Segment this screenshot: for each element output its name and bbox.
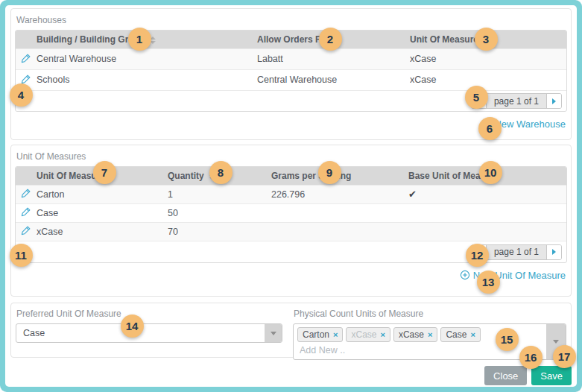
- chevron-down-icon: [553, 340, 559, 344]
- cell-building: Schools: [37, 69, 257, 90]
- preferred-uom-label: Preferred Unit Of Measure: [16, 309, 282, 319]
- remove-tag-icon[interactable]: ×: [470, 331, 475, 339]
- remove-tag-icon[interactable]: ×: [333, 331, 338, 339]
- right-arrow-icon: [552, 98, 556, 104]
- pager-page-label: page 1 of 1: [486, 94, 547, 108]
- annotation-marker-15: 15: [496, 328, 519, 351]
- annotation-marker-3: 3: [475, 28, 498, 51]
- annotation-marker-9: 9: [318, 161, 341, 184]
- cell-grams: [271, 203, 408, 222]
- cell-unit: xCase: [37, 222, 168, 241]
- preferences-section: Preferred Unit Of Measure Case Physical …: [10, 303, 572, 358]
- edit-pencil-icon[interactable]: [21, 53, 31, 66]
- physical-count-uom-label: Physical Count Units of Measure: [294, 309, 566, 319]
- edit-column-header: [16, 31, 37, 48]
- sort-icon[interactable]: [150, 37, 156, 44]
- chevron-down-icon: [271, 332, 276, 335]
- table-row: Carton 1 226.796 ✔: [16, 185, 566, 203]
- tag-label: xCase: [351, 329, 376, 340]
- annotation-marker-1: 1: [128, 28, 151, 51]
- tag-xcase[interactable]: xCase×: [393, 327, 437, 342]
- annotation-marker-10: 10: [479, 161, 502, 184]
- new-warehouse-label: New Warehouse: [494, 118, 566, 130]
- edit-pencil-icon[interactable]: [21, 188, 31, 200]
- modal-page: Warehouses Building / Building Group All…: [5, 5, 577, 387]
- tag-label: Carton: [303, 329, 329, 340]
- save-button[interactable]: Save: [531, 366, 572, 385]
- uom-title: Unit Of Measures: [16, 151, 567, 162]
- add-new-tag-input[interactable]: [297, 345, 446, 355]
- annotation-marker-4: 4: [10, 83, 33, 107]
- right-arrow-icon: [552, 249, 556, 255]
- edit-pencil-icon[interactable]: [21, 206, 31, 219]
- cell-unit: Case: [37, 203, 168, 222]
- cell-allow-orders-from: Labatt: [257, 48, 410, 69]
- table-row: Central Warehouse Labatt xCase: [16, 48, 566, 69]
- pager-page-label: page 1 of 1: [486, 245, 547, 259]
- cell-unit-of-measures: xCase: [410, 48, 566, 69]
- screenshot-frame: Warehouses Building / Building Group All…: [0, 0, 582, 392]
- preferred-uom-select[interactable]: Case: [16, 323, 282, 343]
- dropdown-toggle-button[interactable]: [265, 324, 282, 342]
- pager-next-button[interactable]: [547, 245, 561, 259]
- remove-tag-icon[interactable]: ×: [428, 331, 432, 339]
- tag-label: Case: [446, 329, 466, 340]
- cell-quantity: 1: [168, 185, 271, 203]
- annotation-marker-17: 17: [553, 345, 576, 368]
- cell-unit-of-measures: xCase: [410, 69, 566, 90]
- annotation-marker-6: 6: [478, 117, 502, 140]
- annotation-marker-16: 16: [519, 346, 543, 369]
- table-row: Schools Central Warehouse xCase: [16, 69, 566, 90]
- tag-carton[interactable]: Carton×: [297, 327, 343, 342]
- base-unit-checkmark: [408, 203, 566, 222]
- table-row: xCase 70: [16, 222, 566, 241]
- warehouses-title: Warehouses: [16, 15, 567, 25]
- edit-column-header: [16, 167, 37, 185]
- cell-quantity: 50: [168, 203, 271, 222]
- cell-grams: 226.796: [271, 185, 408, 203]
- column-header-uom-label: Unit Of Measures: [410, 34, 484, 45]
- cell-grams: [271, 222, 408, 241]
- cell-allow-orders-from: Central Warehouse: [257, 69, 410, 90]
- cell-unit: Carton: [37, 185, 168, 203]
- remove-tag-icon[interactable]: ×: [380, 331, 385, 339]
- base-unit-checkmark-icon: ✔: [408, 185, 566, 203]
- tag-xcase-muted[interactable]: xCase×: [346, 327, 390, 342]
- pager-next-button[interactable]: [547, 94, 561, 108]
- preferred-uom-value: Case: [16, 328, 45, 338]
- close-button[interactable]: Close: [484, 366, 527, 385]
- annotation-marker-5: 5: [465, 86, 488, 109]
- table-row: Case 50: [16, 203, 566, 222]
- annotation-marker-7: 7: [93, 161, 116, 184]
- annotation-marker-2: 2: [319, 28, 342, 51]
- tag-label: xCase: [399, 329, 424, 340]
- annotation-marker-12: 12: [466, 244, 489, 267]
- cell-quantity: 70: [168, 222, 271, 241]
- base-unit-checkmark: [408, 222, 566, 241]
- footer-actions: Close Save: [10, 366, 572, 385]
- tag-case[interactable]: Case×: [440, 327, 480, 342]
- annotation-marker-13: 13: [477, 271, 500, 294]
- annotation-marker-8: 8: [209, 161, 233, 184]
- new-unit-of-measure-button[interactable]: New Unit Of Measure: [460, 270, 566, 281]
- annotation-marker-14: 14: [121, 314, 144, 338]
- plus-circle-icon: [460, 270, 470, 280]
- cell-building: Central Warehouse: [37, 48, 257, 69]
- annotation-marker-11: 11: [10, 244, 33, 267]
- edit-pencil-icon[interactable]: [21, 225, 31, 238]
- column-header-quantity-label: Quantity: [168, 171, 204, 181]
